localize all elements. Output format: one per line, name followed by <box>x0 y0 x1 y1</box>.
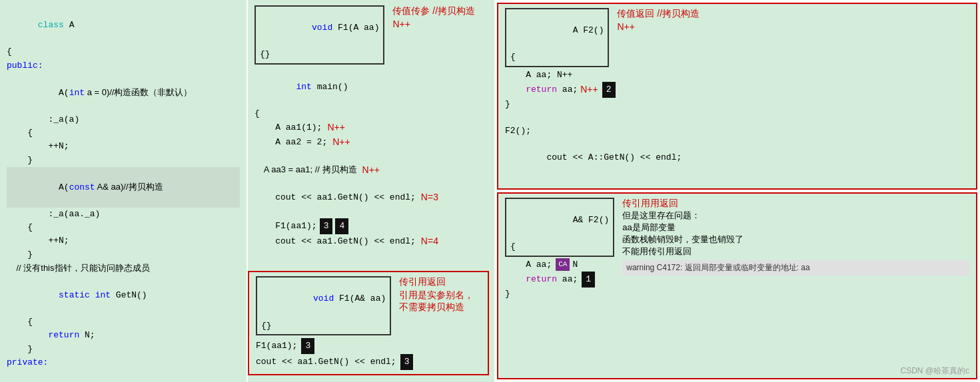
right-bottom-panel: A& F2() { A aa; CA N return aa; 1 } 传引用用… <box>497 192 977 379</box>
right-top-annotation: 传值返回 //拷贝构造 N++ <box>617 8 700 32</box>
code-line: { <box>7 45 240 59</box>
code-line: A& F2() <box>510 200 609 240</box>
csdn-watermark: CSDN @哈茶真的c <box>900 365 969 377</box>
code-line: A aa1(1); N++ <box>254 120 488 135</box>
warning-box: warning C4172: 返回局部变量或临时变量的地址: aa <box>622 260 969 276</box>
code-line: ++N; <box>7 234 240 248</box>
badge-2: 2 <box>602 82 616 98</box>
code-line: A aa; CA N <box>505 258 614 272</box>
code-line: } <box>505 287 614 301</box>
code-line: void F1(A aa) <box>260 8 379 48</box>
code-line: {} <box>260 48 379 61</box>
code-line: ++N; <box>7 140 240 153</box>
f1-box: void F1(A aa) {} <box>254 5 384 65</box>
code-line: { <box>254 107 488 120</box>
code-line: void F1(A& aa) <box>261 279 386 319</box>
code-line: int _a; <box>7 369 240 382</box>
code-line: cout << aa1.GetN() << endl; 3 <box>256 354 481 370</box>
code-line: A(const A& aa)//拷贝构造 <box>7 167 240 208</box>
code-line: :_a(a) <box>7 113 240 126</box>
right-top-panel: A F2() { 传值返回 //拷贝构造 N++ A aa; N++ retur… <box>497 3 977 190</box>
code-line: } <box>505 98 969 111</box>
left-panel: class A { public: A(int a = 0)//构造函数（非默认… <box>0 0 246 382</box>
code-line <box>254 177 488 190</box>
code-line: return aa; N++ 2 <box>505 82 969 98</box>
middle-top: void F1(A aa) {} 传值传参 //拷贝构造 N++ <box>254 5 488 65</box>
code-line: } <box>7 154 240 167</box>
badge-1: 1 <box>582 272 595 287</box>
code-line: { <box>7 221 240 234</box>
note-line3: 函数栈帧销毁时，变量也销毁了 <box>622 234 969 246</box>
code-line: F2(); <box>505 124 969 138</box>
code-line: A aa; N++ <box>505 69 969 82</box>
bottom-middle-top: void F1(A& aa) {} 传引用返回 引用是实参别名，不需要拷贝构造 <box>256 276 481 335</box>
code-line <box>254 150 488 163</box>
keyword-class: class <box>38 20 64 30</box>
code-line: // 没有this指针，只能访问静态成员 <box>7 262 240 276</box>
badge-3b: 3 <box>301 338 314 354</box>
code-line: {} <box>261 319 386 333</box>
note-title: 传引用用返回 <box>622 198 969 210</box>
right-bottom-code: A& F2() { A aa; CA N return aa; 1 } <box>505 198 614 374</box>
code-line: cout << aa1.GetN() << endl; N=3 <box>254 190 488 205</box>
code-line: } <box>7 248 240 262</box>
right-panels: A F2() { 传值返回 //拷贝构造 N++ A aa; N++ retur… <box>494 0 980 382</box>
code-line: A aa3 = aa1; // 拷贝构造 N++ <box>254 163 488 178</box>
right-top-content: A F2() { 传值返回 //拷贝构造 N++ <box>505 8 969 67</box>
code-line: class A <box>7 5 240 45</box>
note-line1: 但是这里存在问题： <box>622 210 969 222</box>
code-line <box>505 111 969 124</box>
ca-badge: CA <box>556 258 570 271</box>
code-line: cout << aa1.GetN() << endl; N=4 <box>254 234 488 249</box>
code-line: return aa; 1 <box>505 272 614 287</box>
code-line <box>254 205 488 218</box>
f1-ref-box: void F1(A& aa) {} <box>256 276 391 335</box>
code-line: F1(aa1); 3 <box>256 338 481 354</box>
code-line: { <box>510 51 604 64</box>
bottom-middle-box: void F1(A& aa) {} 传引用返回 引用是实参别名，不需要拷贝构造 … <box>248 271 489 375</box>
code-line: F1(aa1); 3 4 <box>254 218 488 234</box>
code-line: int main() <box>254 67 488 107</box>
bottom-middle-annotation: 传引用返回 引用是实参别名，不需要拷贝构造 <box>399 276 481 313</box>
right-bottom-notes: 传引用用返回 但是这里存在问题： aa是局部变量 函数栈帧销毁时，变量也销毁了 … <box>622 198 969 374</box>
badge-4: 4 <box>335 218 348 234</box>
middle-annotation1: 传值传参 //拷贝构造 N++ <box>392 5 475 29</box>
note-line4: 不能用传引用返回 <box>622 246 969 258</box>
main-block: int main() { A aa1(1); N++ A aa2 = 2; N+… <box>254 67 488 250</box>
code-line: A(int a = 0)//构造函数（非默认） <box>7 73 240 113</box>
code-line: cout << A::GetN() << endl; <box>505 138 969 178</box>
warning-text: warning C4172: 返回局部变量或临时变量的地址: aa <box>626 263 809 272</box>
watermark-text: CSDN @哈茶真的c <box>900 366 969 375</box>
code-line: static int GetN() <box>7 276 240 315</box>
main-container: class A { public: A(int a = 0)//构造函数（非默认… <box>0 0 980 382</box>
f2-ref-box: A& F2() { <box>505 198 614 257</box>
code-line: { <box>7 126 240 140</box>
code-line: A aa2 = 2; N++ <box>254 135 488 150</box>
badge-3: 3 <box>320 218 333 234</box>
badge-3c: 3 <box>400 354 414 370</box>
note-line2: aa是局部变量 <box>622 222 969 234</box>
code-line: private: <box>7 356 240 369</box>
code-line: return N; <box>7 329 240 342</box>
code-line: } <box>7 343 240 356</box>
f2-box-top: A F2() { <box>505 8 609 67</box>
code-line: { <box>510 240 609 254</box>
code-line: { <box>7 315 240 329</box>
code-line: A F2() <box>510 11 604 51</box>
code-line: public: <box>7 59 240 73</box>
code-line: :_a(aa._a) <box>7 208 240 221</box>
